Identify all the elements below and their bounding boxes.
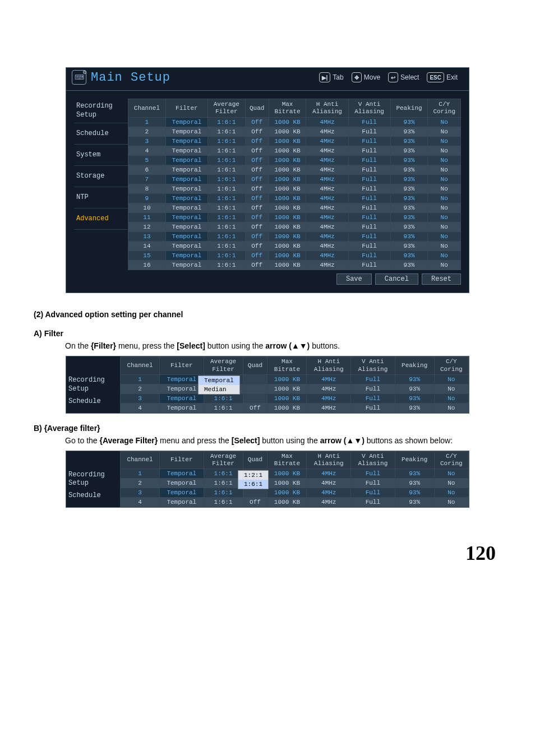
cell[interactable]: 2 [121,384,160,393]
cell[interactable]: No [428,194,461,203]
cell[interactable]: No [428,242,461,251]
cell[interactable]: 1000 KB [269,251,306,261]
cell[interactable]: Temporal [159,393,204,403]
cell[interactable]: Full [351,374,395,384]
cell[interactable]: 1:6:1 [207,118,245,127]
cell[interactable]: Off [245,261,269,270]
cell[interactable]: Off [245,156,269,165]
cell[interactable]: Full [348,118,390,127]
cell[interactable]: 2 [128,127,166,137]
cell[interactable]: No [434,393,468,403]
cell[interactable]: Temporal [165,222,207,232]
cell[interactable] [243,374,268,384]
cell[interactable]: 4MHz [306,194,348,203]
cell[interactable]: 1:6:1 [207,242,245,251]
cell[interactable]: 4MHz [306,251,348,261]
cell[interactable]: 1000 KB [269,184,306,194]
cell[interactable]: 93% [395,498,434,507]
save-button[interactable]: Save [336,273,372,285]
cell[interactable]: 3 [121,393,160,403]
cell[interactable]: Temporal [165,165,207,175]
cell[interactable]: 4MHz [307,384,351,393]
cell[interactable]: Full [348,222,390,232]
cell[interactable]: Temporal [165,137,207,146]
cell[interactable]: Full [348,232,390,242]
cell[interactable]: Temporal [165,146,207,156]
cell[interactable]: 15 [128,251,166,261]
cell[interactable]: Temporal [165,213,207,222]
cell[interactable]: 11 [128,213,166,222]
cell[interactable]: 4MHz [306,232,348,242]
cell[interactable]: Full [348,146,390,156]
cell[interactable]: 1000 KB [269,203,306,213]
cell[interactable]: 4MHz [306,118,348,127]
cell[interactable]: Off [245,242,269,251]
cell[interactable]: 1:6:1 [204,469,243,479]
cell[interactable]: Full [348,137,390,146]
cell[interactable]: No [434,488,468,498]
cell[interactable]: 1:6:1 [204,403,243,412]
cell[interactable]: Full [348,251,390,261]
cell[interactable]: No [428,184,461,194]
cancel-button[interactable]: Cancel [375,273,418,285]
cell[interactable]: 4MHz [307,403,351,412]
cell[interactable]: 3 [121,488,160,498]
cell[interactable]: 1:6:1 [207,261,245,270]
cell[interactable]: Temporal [159,403,204,412]
cell[interactable]: 4MHz [306,213,348,222]
sidebar-item[interactable]: Recording Setup [66,469,120,490]
cell[interactable]: 1000 KB [268,384,307,393]
cell[interactable]: 8 [128,184,166,194]
cell[interactable]: No [428,175,461,184]
cell[interactable]: 1000 KB [269,232,306,242]
cell[interactable]: Off [245,165,269,175]
cell[interactable]: 12 [128,222,166,232]
cell[interactable]: Temporal [165,118,207,127]
cell[interactable]: 6 [128,165,166,175]
cell[interactable]: No [428,127,461,137]
cell[interactable]: No [428,213,461,222]
cell[interactable]: Full [348,127,390,137]
cell[interactable]: Full [351,479,395,488]
cell[interactable]: Full [348,156,390,165]
cell[interactable]: Off [245,251,269,261]
sidebar-item[interactable]: Storage [74,166,128,187]
cell[interactable]: 1000 KB [268,498,307,507]
cell[interactable]: No [428,165,461,175]
cell[interactable]: 1:6:1 [207,194,245,203]
cell[interactable]: 1:6:1 [207,222,245,232]
cell[interactable]: 1:6:1 [207,127,245,137]
cell[interactable] [243,393,268,403]
cell[interactable]: Full [348,203,390,213]
cell[interactable]: 93% [390,232,428,242]
cell[interactable]: 4MHz [306,222,348,232]
cell[interactable]: 93% [390,251,428,261]
sidebar-item[interactable]: Schedule [74,123,128,145]
cell[interactable]: 1:6:1 [207,156,245,165]
cell[interactable]: Full [351,469,395,479]
cell[interactable]: Off [245,127,269,137]
cell[interactable]: Off [245,213,269,222]
dropdown-option[interactable]: Median [199,385,239,394]
cell[interactable]: 4MHz [306,184,348,194]
cell[interactable]: 1000 KB [269,175,306,184]
cell[interactable]: Temporal [159,498,204,507]
cell[interactable]: 93% [390,242,428,251]
cell[interactable]: 4MHz [306,137,348,146]
cell[interactable]: No [434,479,468,488]
cell[interactable]: 1000 KB [269,156,306,165]
cell[interactable]: 4MHz [306,175,348,184]
cell[interactable]: 93% [390,137,428,146]
cell[interactable]: Off [245,222,269,232]
cell[interactable]: Full [351,384,395,393]
cell[interactable]: 1000 KB [269,127,306,137]
cell[interactable]: 1 [121,469,160,479]
cell[interactable]: 7 [128,175,166,184]
cell[interactable]: 4MHz [306,156,348,165]
cell[interactable]: No [428,137,461,146]
cell[interactable]: 1000 KB [269,165,306,175]
cell[interactable]: 93% [395,479,434,488]
cell[interactable]: 1000 KB [269,261,306,270]
cell[interactable]: 4 [121,498,160,507]
cell[interactable]: 4MHz [307,393,351,403]
